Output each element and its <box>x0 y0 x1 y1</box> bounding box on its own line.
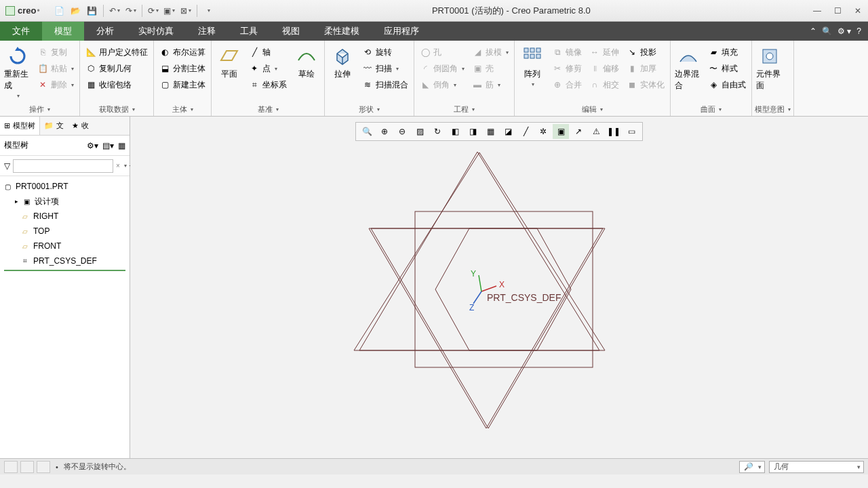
svg-marker-9 <box>435 228 571 350</box>
maximize-button[interactable]: ☐ <box>827 3 848 19</box>
status-message: 将不显示旋转中心。 <box>64 462 131 472</box>
tree-tab-fav[interactable]: ★收 <box>68 117 93 135</box>
svg-rect-0 <box>524 48 528 52</box>
tree-root[interactable]: ▢PRT0001.PRT <box>0 179 130 194</box>
sweep-blend-button[interactable]: ≋扫描混合 <box>359 77 411 93</box>
new-body-button[interactable]: ▢新建主体 <box>157 77 208 93</box>
csys-button[interactable]: ⌗坐标系 <box>246 77 290 93</box>
status-web-icon[interactable] <box>20 461 34 473</box>
tree-tab-folder[interactable]: 📁文 <box>40 117 68 135</box>
search-icon[interactable]: 🔍 <box>822 26 832 36</box>
tree-search-input[interactable] <box>13 159 113 173</box>
selection-filter-combo[interactable]: 几何 <box>769 461 864 473</box>
search-dropdown-icon[interactable]: ▾ <box>124 163 127 169</box>
boolean-button[interactable]: ◐布尔运算 <box>157 44 208 60</box>
svg-rect-3 <box>524 54 528 58</box>
minimize-button[interactable]: — <box>807 3 827 19</box>
tree-columns-icon[interactable]: ▦ <box>118 141 125 150</box>
project-button[interactable]: ↘投影 <box>624 44 667 60</box>
tab-apps[interactable]: 应用程序 <box>372 22 431 41</box>
close-button[interactable]: ✕ <box>848 3 868 19</box>
tree-display-icon[interactable]: ▤▾ <box>102 141 114 150</box>
round-button[interactable]: ◜倒圆角▾ <box>417 60 467 77</box>
copy-button[interactable]: ⎘复制 <box>35 44 77 60</box>
svg-point-7 <box>766 53 773 60</box>
filter-icon[interactable]: ▽ <box>4 161 10 171</box>
tree-settings-icon[interactable]: ⚙▾ <box>87 141 98 150</box>
svg-line-18 <box>479 275 481 291</box>
close-window-icon[interactable]: ⊠▾ <box>178 3 193 18</box>
svg-marker-15 <box>371 228 605 428</box>
intersect-button[interactable]: ∩相交 <box>587 77 622 93</box>
status-msg-icon[interactable] <box>4 461 18 473</box>
save-icon[interactable]: 💾 <box>85 3 100 18</box>
regen-icon[interactable]: ⟳▾ <box>146 3 161 18</box>
undo-icon[interactable]: ↶▾ <box>107 3 122 18</box>
find-combo[interactable]: 🔎 <box>739 461 765 473</box>
rib-button[interactable]: ▬筋▾ <box>469 77 511 93</box>
axis-button[interactable]: ╱轴 <box>246 44 290 60</box>
new-file-icon[interactable]: 📄 <box>52 3 67 18</box>
window-title: PRT0001 (活动的) - Creo Parametric 8.0 <box>216 5 807 17</box>
tab-annotation[interactable]: 注释 <box>186 22 228 41</box>
solidify-button[interactable]: ◼实体化 <box>624 77 667 93</box>
tree-item-right[interactable]: ▱RIGHT <box>0 209 130 224</box>
sketch-button[interactable]: 草绘 <box>292 44 321 81</box>
tab-file[interactable]: 文件 <box>0 22 42 41</box>
collapse-ribbon-icon[interactable]: ⌃ <box>810 26 816 36</box>
tree-item-front[interactable]: ▱FRONT <box>0 239 130 253</box>
svg-rect-5 <box>536 54 540 58</box>
hole-button[interactable]: ◯孔 <box>417 44 467 60</box>
tree-item-top[interactable]: ▱TOP <box>0 224 130 239</box>
paste-button[interactable]: 📋粘贴▾ <box>35 60 77 77</box>
qat-customize-icon[interactable]: ▾ <box>201 3 216 18</box>
status-select-icon[interactable] <box>37 461 50 473</box>
delete-button[interactable]: ✕删除▾ <box>35 77 77 93</box>
regenerate-button[interactable]: 重新生成▾ <box>3 44 33 100</box>
split-body-button[interactable]: ⬓分割主体 <box>157 60 208 77</box>
shrinkwrap-button[interactable]: ▦收缩包络 <box>83 77 151 93</box>
boundary-blend-button[interactable]: 边界混合 <box>673 44 703 93</box>
graphics-canvas[interactable]: X Y Z PRT_CSYS_DEF <box>130 117 868 458</box>
tab-flex[interactable]: 柔性建模 <box>312 22 372 41</box>
freeform-button[interactable]: ◈自由式 <box>705 77 749 93</box>
merge-button[interactable]: ⊕合并 <box>549 77 585 93</box>
fill-button[interactable]: ▰填充 <box>705 44 749 60</box>
svg-text:X: X <box>499 280 505 289</box>
udf-button[interactable]: 📐用户定义特征 <box>83 44 151 60</box>
offset-button[interactable]: ⫴偏移 <box>587 60 622 77</box>
shell-button[interactable]: ▣壳 <box>469 60 511 77</box>
clear-search-icon[interactable]: × <box>116 162 120 169</box>
tab-tools[interactable]: 工具 <box>228 22 270 41</box>
tree-item-csys[interactable]: ⌗PRT_CSYS_DEF <box>0 253 130 268</box>
revolve-button[interactable]: ⟲旋转 <box>359 44 411 60</box>
windows-icon[interactable]: ▣▾ <box>162 3 177 18</box>
extend-button[interactable]: ↔延伸 <box>587 44 622 60</box>
tab-analysis[interactable]: 分析 <box>84 22 126 41</box>
tree-item-design[interactable]: ▸▣设计项 <box>0 194 130 209</box>
redo-icon[interactable]: ↷▾ <box>123 3 138 18</box>
open-file-icon[interactable]: 📂 <box>68 3 83 18</box>
style-button[interactable]: 〜样式 <box>705 60 749 77</box>
svg-text:Y: Y <box>471 269 476 279</box>
sweep-button[interactable]: 〰扫描▾ <box>359 60 411 77</box>
copygeom-button[interactable]: ⬡复制几何 <box>83 60 151 77</box>
svg-marker-10 <box>354 152 605 350</box>
tab-simulation[interactable]: 实时仿真 <box>126 22 186 41</box>
chamfer-button[interactable]: ◣倒角▾ <box>417 77 467 93</box>
point-button[interactable]: ✦点▾ <box>246 60 290 77</box>
tab-view[interactable]: 视图 <box>270 22 312 41</box>
help-icon[interactable]: ? <box>856 26 861 36</box>
thicken-button[interactable]: ▮加厚 <box>624 60 667 77</box>
tree-insert-marker[interactable] <box>4 270 125 271</box>
mirror-button[interactable]: ⧉镜像 <box>549 44 585 60</box>
component-interface-button[interactable]: 元件界面 <box>755 44 785 93</box>
tab-model[interactable]: 模型 <box>42 22 84 41</box>
trim-button[interactable]: ✂修剪 <box>549 60 585 77</box>
plane-button[interactable]: 平面 <box>214 44 244 81</box>
pattern-button[interactable]: 阵列▾ <box>517 44 547 89</box>
settings-icon[interactable]: ⚙ ▾ <box>837 26 851 36</box>
tree-tab-model[interactable]: ⊞模型树 <box>0 117 40 135</box>
extrude-button[interactable]: 拉伸 <box>328 44 357 81</box>
draft-button[interactable]: ◢拔模▾ <box>469 44 511 60</box>
